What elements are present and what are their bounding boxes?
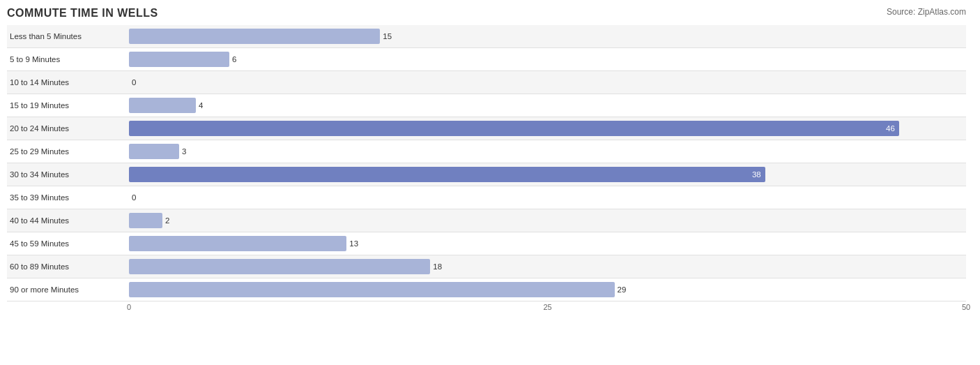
bar-label-text: 5 to 9 Minutes <box>7 55 129 64</box>
bar-row: 5 to 9 Minutes6 <box>7 48 966 71</box>
bar-value-label: 0 <box>132 193 136 202</box>
bar-row: 25 to 29 Minutes3 <box>7 140 966 163</box>
bar-container: 2 <box>129 209 966 232</box>
bar-value-label: 0 <box>132 78 136 87</box>
bar-container: 4 <box>129 94 966 117</box>
title-row: COMMUTE TIME IN WELLS Source: ZipAtlas.c… <box>7 7 966 20</box>
bar-label-text: 15 to 19 Minutes <box>7 101 129 110</box>
bar-container: 38 <box>129 163 966 186</box>
bar-fill <box>129 236 346 251</box>
bar-fill: 46 <box>129 121 899 136</box>
bar-label-text: 20 to 24 Minutes <box>7 124 129 133</box>
bar-container: 6 <box>129 48 966 70</box>
bar-row: 15 to 19 Minutes4 <box>7 94 966 117</box>
bar-value-label: 18 <box>433 262 442 271</box>
bar-label-text: 60 to 89 Minutes <box>7 262 129 271</box>
axis-row: 02550 <box>7 303 966 317</box>
bar-value-label: 2 <box>165 216 169 225</box>
bar-container: 0 <box>129 186 966 209</box>
chart-area: Less than 5 Minutes155 to 9 Minutes610 t… <box>7 25 966 320</box>
source-text: Source: ZipAtlas.com <box>887 7 966 17</box>
bar-row: 90 or more Minutes29 <box>7 278 966 301</box>
bar-label-text: 30 to 34 Minutes <box>7 170 129 179</box>
bar-container: 29 <box>129 278 966 301</box>
bar-fill <box>129 259 430 274</box>
bar-container: 13 <box>129 232 966 255</box>
bar-label-text: 90 or more Minutes <box>7 285 129 294</box>
bar-value-label: 38 <box>752 170 761 179</box>
bar-fill <box>129 213 162 228</box>
bar-row: 40 to 44 Minutes2 <box>7 209 966 232</box>
bar-label-text: 35 to 39 Minutes <box>7 193 129 202</box>
bar-row: 30 to 34 Minutes38 <box>7 163 966 186</box>
bar-fill <box>129 144 179 159</box>
bar-row: Less than 5 Minutes15 <box>7 25 966 48</box>
bar-row: 35 to 39 Minutes0 <box>7 186 966 209</box>
bar-fill <box>129 282 615 297</box>
bar-row: 45 to 59 Minutes13 <box>7 232 966 255</box>
axis-tick: 25 <box>543 303 551 311</box>
bar-label-text: Less than 5 Minutes <box>7 32 129 40</box>
bar-value-label: 4 <box>199 101 203 110</box>
axis-tick: 0 <box>127 303 131 311</box>
bar-fill: 38 <box>129 167 765 182</box>
bar-value-label: 46 <box>886 124 895 133</box>
bar-label-text: 25 to 29 Minutes <box>7 147 129 156</box>
bar-fill <box>129 52 229 67</box>
bar-container: 3 <box>129 140 966 163</box>
bar-container: 15 <box>129 25 966 47</box>
bar-label-text: 40 to 44 Minutes <box>7 216 129 225</box>
bar-container: 0 <box>129 71 966 94</box>
bar-label-text: 45 to 59 Minutes <box>7 239 129 248</box>
chart-container: COMMUTE TIME IN WELLS Source: ZipAtlas.c… <box>0 0 980 365</box>
bar-value-label: 15 <box>383 32 392 40</box>
bar-fill <box>129 98 196 113</box>
bar-label-text: 10 to 14 Minutes <box>7 78 129 87</box>
axis-tick: 50 <box>962 303 970 311</box>
bar-value-label: 29 <box>618 285 627 294</box>
axis-labels: 02550 <box>129 303 966 317</box>
bar-row: 20 to 24 Minutes46 <box>7 117 966 140</box>
bar-value-label: 6 <box>232 55 236 64</box>
bar-value-label: 3 <box>182 147 186 156</box>
bar-value-label: 13 <box>349 239 358 248</box>
bar-fill <box>129 29 380 44</box>
bar-container: 46 <box>129 117 966 140</box>
chart-title: COMMUTE TIME IN WELLS <box>7 7 158 20</box>
bar-container: 18 <box>129 255 966 278</box>
bar-row: 10 to 14 Minutes0 <box>7 71 966 94</box>
bar-row: 60 to 89 Minutes18 <box>7 255 966 278</box>
